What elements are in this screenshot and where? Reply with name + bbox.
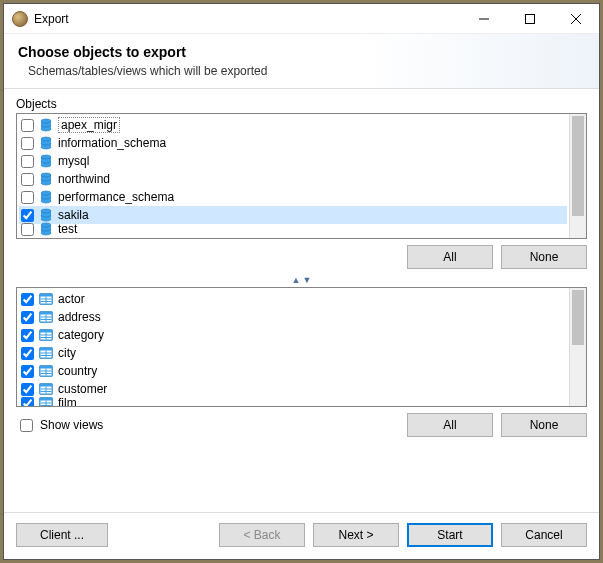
schema-row[interactable]: performance_schema — [19, 188, 567, 206]
table-icon — [38, 345, 54, 361]
scrollbar[interactable] — [569, 288, 586, 406]
window-title: Export — [34, 12, 69, 26]
table-checkbox[interactable] — [21, 365, 34, 378]
table-name: category — [58, 328, 104, 342]
table-row[interactable]: city — [19, 344, 567, 362]
schema-name: apex_migr — [58, 117, 120, 133]
schema-name: information_schema — [58, 136, 166, 150]
schema-checkbox[interactable] — [21, 119, 34, 132]
schema-name: mysql — [58, 154, 89, 168]
schema-name: northwind — [58, 172, 110, 186]
table-checkbox[interactable] — [21, 347, 34, 360]
titlebar: Export — [4, 4, 599, 34]
schema-checkbox[interactable] — [21, 137, 34, 150]
table-icon — [38, 327, 54, 343]
table-checkbox[interactable] — [21, 311, 34, 324]
show-views-checkbox[interactable] — [20, 419, 33, 432]
schema-row[interactable]: northwind — [19, 170, 567, 188]
cancel-button[interactable]: Cancel — [501, 523, 587, 547]
objects-label: Objects — [16, 97, 587, 111]
schema-row[interactable]: apex_migr — [19, 116, 567, 134]
schema-name: performance_schema — [58, 190, 174, 204]
schema-checkbox[interactable] — [21, 223, 34, 236]
table-name: city — [58, 346, 76, 360]
back-button[interactable]: < Back — [219, 523, 305, 547]
table-name: actor — [58, 292, 85, 306]
schema-name: sakila — [58, 208, 89, 222]
schemas-none-button[interactable]: None — [501, 245, 587, 269]
scrollbar-thumb[interactable] — [572, 116, 584, 216]
close-button[interactable] — [553, 4, 599, 34]
schema-checkbox[interactable] — [21, 191, 34, 204]
dialog-subheading: Schemas/tables/views which will be expor… — [28, 64, 585, 78]
table-name: customer — [58, 382, 107, 396]
schema-row[interactable]: information_schema — [19, 134, 567, 152]
scrollbar[interactable] — [569, 114, 586, 238]
schema-checkbox[interactable] — [21, 209, 34, 222]
table-row[interactable]: country — [19, 362, 567, 380]
table-row[interactable]: actor — [19, 290, 567, 308]
schema-row[interactable]: sakila — [19, 206, 567, 224]
dialog-footer: Client ... < Back Next > Start Cancel — [4, 512, 599, 559]
maximize-button[interactable] — [507, 4, 553, 34]
schema-checkbox[interactable] — [21, 155, 34, 168]
maximize-icon — [525, 14, 535, 24]
dialog-header: Choose objects to export Schemas/tables/… — [4, 34, 599, 89]
database-icon — [38, 221, 54, 237]
schemas-listbox[interactable]: apex_migrinformation_schemamysqlnorthwin… — [16, 113, 587, 239]
database-icon — [38, 171, 54, 187]
svg-rect-1 — [526, 14, 535, 23]
minimize-button[interactable] — [461, 4, 507, 34]
close-icon — [571, 14, 581, 24]
schema-checkbox[interactable] — [21, 173, 34, 186]
minimize-icon — [479, 14, 489, 24]
tables-none-button[interactable]: None — [501, 413, 587, 437]
schema-name: test — [58, 222, 77, 236]
start-button[interactable]: Start — [407, 523, 493, 547]
client-button[interactable]: Client ... — [16, 523, 108, 547]
table-name: film — [58, 396, 77, 406]
schema-row[interactable]: test — [19, 224, 567, 234]
next-button[interactable]: Next > — [313, 523, 399, 547]
app-icon — [12, 11, 28, 27]
tables-listbox[interactable]: actoraddresscategorycitycountrycustomerf… — [16, 287, 587, 407]
table-row[interactable]: film — [19, 398, 567, 406]
table-checkbox[interactable] — [21, 293, 34, 306]
table-icon — [38, 291, 54, 307]
table-row[interactable]: customer — [19, 380, 567, 398]
table-row[interactable]: category — [19, 326, 567, 344]
database-icon — [38, 153, 54, 169]
table-icon — [38, 395, 54, 406]
split-handle[interactable]: ▲▼ — [16, 273, 587, 287]
export-dialog: Export Choose objects to export Schemas/… — [3, 3, 600, 560]
chevron-up-icon: ▲ — [292, 275, 301, 285]
table-icon — [38, 363, 54, 379]
database-icon — [38, 135, 54, 151]
table-row[interactable]: address — [19, 308, 567, 326]
table-checkbox[interactable] — [21, 383, 34, 396]
table-icon — [38, 309, 54, 325]
table-checkbox[interactable] — [21, 397, 34, 407]
schemas-all-button[interactable]: All — [407, 245, 493, 269]
dialog-heading: Choose objects to export — [18, 44, 585, 60]
tables-all-button[interactable]: All — [407, 413, 493, 437]
table-name: address — [58, 310, 101, 324]
table-checkbox[interactable] — [21, 329, 34, 342]
database-icon — [38, 117, 54, 133]
database-icon — [38, 189, 54, 205]
chevron-down-icon: ▼ — [303, 275, 312, 285]
tables-button-row: Show views All None — [16, 413, 587, 437]
scrollbar-thumb[interactable] — [572, 290, 584, 345]
schema-row[interactable]: mysql — [19, 152, 567, 170]
show-views-label[interactable]: Show views — [40, 418, 103, 432]
table-name: country — [58, 364, 97, 378]
schemas-button-row: All None — [16, 245, 587, 269]
